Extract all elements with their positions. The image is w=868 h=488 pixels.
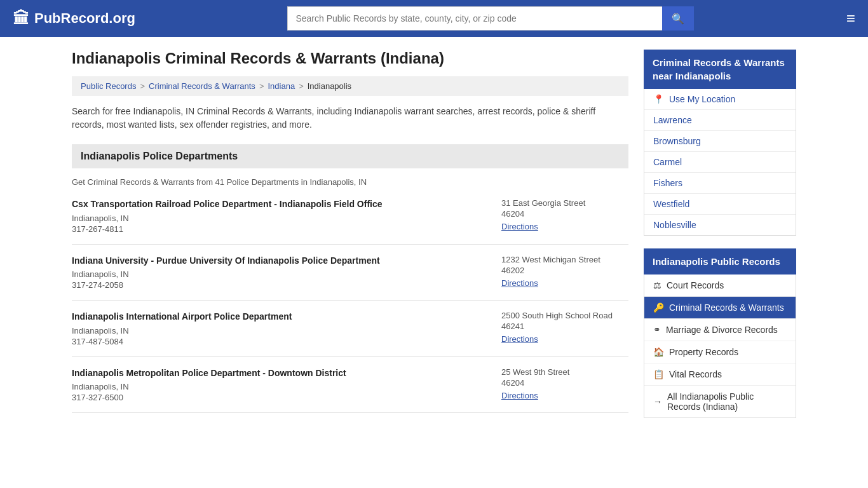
breadcrumb-indiana[interactable]: Indiana (268, 81, 295, 91)
rec-criminal-records[interactable]: 🔑 Criminal Records & Warrants (644, 297, 796, 319)
nearby-heading: Criminal Records & Warrants near Indiana… (644, 50, 796, 89)
criminal-records-icon: 🔑 (653, 302, 664, 313)
nearby-city-link-4[interactable]: Fishers (653, 178, 682, 188)
dept-entry-2: Indiana University - Purdue University O… (72, 255, 628, 301)
directions-link-3[interactable]: Directions (501, 334, 538, 344)
dept-entry-4: Indianapolis Metropolitan Police Departm… (72, 367, 628, 414)
court-records-link[interactable]: Court Records (667, 280, 724, 290)
dept-city-2: Indianapolis, IN (72, 269, 501, 279)
dept-name-3: Indianapolis International Airport Polic… (72, 311, 501, 323)
search-container: 🔍 (287, 6, 694, 30)
dept-city-1: Indianapolis, IN (72, 214, 501, 223)
page-title: Indianapolis Criminal Records & Warrants… (72, 50, 628, 67)
rec-marriage-divorce[interactable]: ⚭ Marriage & Divorce Records (644, 319, 796, 341)
nearby-city-link-5[interactable]: Westfield (653, 199, 689, 209)
public-records-heading: Indianapolis Public Records (644, 248, 796, 274)
all-records-icon: → (653, 396, 662, 407)
nearby-city-5[interactable]: Westfield (644, 194, 796, 215)
dept-left-1: Csx Transportation Railroad Police Depar… (72, 198, 501, 234)
search-button[interactable]: 🔍 (662, 6, 694, 30)
dept-zip-4: 46204 (501, 378, 628, 388)
property-records-link[interactable]: Property Records (669, 347, 738, 357)
dept-right-4: 25 West 9th Street 46204 Directions (501, 367, 628, 400)
section-subtext: Get Criminal Records & Warrants from 41 … (72, 177, 628, 187)
dept-entry-3: Indianapolis International Airport Polic… (72, 311, 628, 357)
menu-button[interactable]: ≡ (846, 10, 855, 27)
nearby-city-link-3[interactable]: Carmel (653, 157, 682, 167)
dept-phone-2: 317-274-2058 (72, 280, 501, 290)
criminal-records-link[interactable]: Criminal Records & Warrants (669, 302, 784, 313)
dept-right-2: 1232 West Michigan Street 46202 Directio… (501, 255, 628, 288)
breadcrumb: Public Records > Criminal Records & Warr… (72, 76, 628, 96)
marriage-records-link[interactable]: Marriage & Divorce Records (666, 325, 778, 335)
nearby-city-link-6[interactable]: Noblesville (653, 220, 696, 230)
dept-zip-1: 46204 (501, 209, 628, 219)
nearby-box: Criminal Records & Warrants near Indiana… (644, 50, 796, 236)
dept-phone-1: 317-267-4811 (72, 224, 501, 234)
dept-city-3: Indianapolis, IN (72, 326, 501, 336)
dept-left-4: Indianapolis Metropolitan Police Departm… (72, 367, 501, 403)
vital-records-icon: 📋 (653, 369, 664, 379)
dept-right-3: 2500 South High School Road 46241 Direct… (501, 311, 628, 344)
search-input[interactable] (287, 6, 662, 30)
breadcrumb-sep-1: > (140, 81, 145, 91)
section-heading: Indianapolis Police Departments (72, 144, 628, 168)
marriage-icon: ⚭ (653, 325, 661, 335)
public-records-box: Indianapolis Public Records ⚖ Court Reco… (644, 248, 796, 418)
dept-name-2: Indiana University - Purdue University O… (72, 255, 501, 268)
breadcrumb-sep-3: > (299, 81, 304, 91)
nearby-city-1[interactable]: Lawrence (644, 110, 796, 131)
breadcrumb-indianapolis: Indianapolis (308, 81, 351, 91)
building-icon: 🏛 (13, 9, 29, 29)
public-records-list: ⚖ Court Records 🔑 Criminal Records & War… (644, 274, 796, 418)
dept-city-4: Indianapolis, IN (72, 382, 501, 391)
use-location-item[interactable]: 📍 Use My Location (644, 89, 796, 110)
dept-entry-1: Csx Transportation Railroad Police Depar… (72, 198, 628, 245)
rec-all-indy[interactable]: → All Indianapolis Public Records (India… (644, 386, 796, 417)
breadcrumb-criminal-records[interactable]: Criminal Records & Warrants (149, 81, 255, 91)
dept-zip-3: 46241 (501, 322, 628, 331)
nearby-city-6[interactable]: Noblesville (644, 215, 796, 235)
nearby-city-2[interactable]: Brownsburg (644, 131, 796, 152)
property-icon: 🏠 (653, 347, 664, 357)
departments-list: Csx Transportation Railroad Police Depar… (72, 198, 628, 413)
rec-vital[interactable]: 📋 Vital Records (644, 363, 796, 386)
court-records-icon: ⚖ (653, 280, 661, 290)
page-description: Search for free Indianapolis, IN Crimina… (72, 105, 628, 132)
use-location-label: Use My Location (669, 94, 735, 104)
page-container: Indianapolis Criminal Records & Warrants… (53, 37, 815, 444)
nearby-city-4[interactable]: Fishers (644, 173, 796, 194)
dept-address-4: 25 West 9th Street (501, 367, 628, 377)
nearby-city-link-2[interactable]: Brownsburg (653, 136, 701, 146)
breadcrumb-sep-2: > (259, 81, 264, 91)
site-logo[interactable]: 🏛 PubRecord.org (13, 9, 135, 29)
all-records-link[interactable]: All Indianapolis Public Records (Indiana… (667, 391, 787, 412)
dept-name-1: Csx Transportation Railroad Police Depar… (72, 198, 501, 211)
rec-property[interactable]: 🏠 Property Records (644, 341, 796, 363)
dept-name-4: Indianapolis Metropolitan Police Departm… (72, 367, 501, 380)
dept-phone-3: 317-487-5084 (72, 337, 501, 346)
directions-link-1[interactable]: Directions (501, 222, 538, 231)
rec-court-records[interactable]: ⚖ Court Records (644, 274, 796, 297)
main-content: Indianapolis Criminal Records & Warrants… (72, 50, 628, 431)
nearby-list: 📍 Use My Location Lawrence Brownsburg Ca… (644, 89, 796, 236)
dept-left-3: Indianapolis International Airport Polic… (72, 311, 501, 346)
logo-text: PubRecord.org (34, 10, 135, 27)
vital-records-link[interactable]: Vital Records (669, 369, 722, 379)
nearby-city-link-1[interactable]: Lawrence (653, 115, 692, 125)
sidebar: Criminal Records & Warrants near Indiana… (644, 50, 796, 431)
pin-icon: 📍 (653, 94, 664, 104)
dept-address-3: 2500 South High School Road (501, 311, 628, 320)
breadcrumb-public-records[interactable]: Public Records (81, 81, 136, 91)
directions-link-2[interactable]: Directions (501, 278, 538, 288)
directions-link-4[interactable]: Directions (501, 391, 538, 400)
dept-left-2: Indiana University - Purdue University O… (72, 255, 501, 290)
dept-right-1: 31 East Georgia Street 46204 Directions (501, 198, 628, 231)
dept-phone-4: 317-327-6500 (72, 393, 501, 402)
nearby-city-3[interactable]: Carmel (644, 152, 796, 173)
site-header: 🏛 PubRecord.org 🔍 ≡ (0, 0, 868, 37)
dept-address-1: 31 East Georgia Street (501, 198, 628, 208)
dept-address-2: 1232 West Michigan Street (501, 255, 628, 264)
dept-zip-2: 46202 (501, 266, 628, 275)
